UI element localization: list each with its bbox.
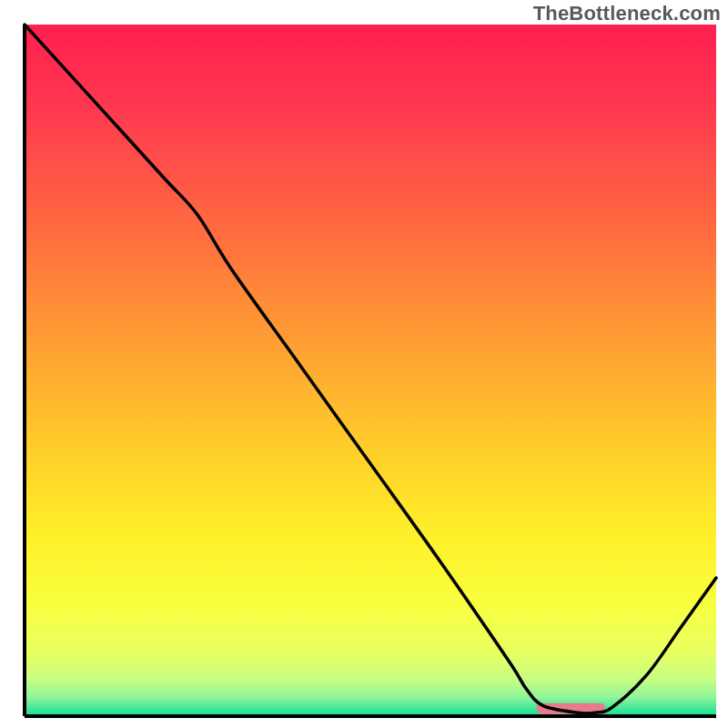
chart-container: TheBottleneck.com <box>0 0 728 728</box>
bottleneck-chart <box>0 0 728 728</box>
plot-background <box>25 25 716 716</box>
